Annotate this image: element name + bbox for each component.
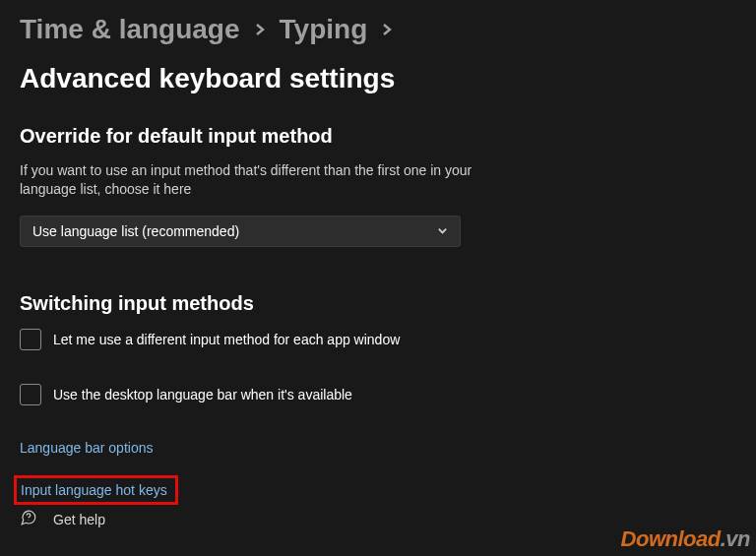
input-language-hotkeys-link[interactable]: Input language hot keys: [21, 483, 167, 497]
checkbox-icon: [20, 384, 41, 405]
chevron-down-icon: [437, 222, 448, 240]
checkbox-label: Use the desktop language bar when it's a…: [53, 387, 352, 402]
get-help-link[interactable]: Get help: [20, 509, 105, 530]
dropdown-selected-value: Use language list (recommended): [32, 223, 239, 239]
checkbox-desktop-language-bar[interactable]: Use the desktop language bar when it's a…: [20, 384, 736, 405]
watermark: Download.vn: [621, 526, 750, 552]
get-help-label: Get help: [53, 512, 105, 527]
input-method-dropdown[interactable]: Use language list (recommended): [20, 216, 461, 247]
svg-point-0: [29, 520, 30, 521]
chevron-right-icon: [254, 24, 266, 35]
chevron-right-icon: [381, 24, 393, 35]
help-icon: [20, 509, 37, 530]
breadcrumb-current: Advanced keyboard settings: [20, 61, 395, 96]
language-bar-options-link[interactable]: Language bar options: [20, 440, 153, 456]
breadcrumb-typing[interactable]: Typing: [280, 12, 368, 47]
checkbox-per-app-input[interactable]: Let me use a different input method for …: [20, 329, 736, 350]
checkbox-icon: [20, 329, 41, 350]
breadcrumb: Time & language Typing Advanced keyboard…: [20, 12, 736, 97]
checkbox-label: Let me use a different input method for …: [53, 332, 400, 347]
switching-heading: Switching input methods: [20, 292, 736, 315]
override-description: If you want to use an input method that'…: [20, 161, 472, 200]
highlight-annotation: Input language hot keys: [14, 475, 178, 505]
override-heading: Override for default input method: [20, 125, 736, 148]
breadcrumb-time-language[interactable]: Time & language: [20, 12, 240, 47]
